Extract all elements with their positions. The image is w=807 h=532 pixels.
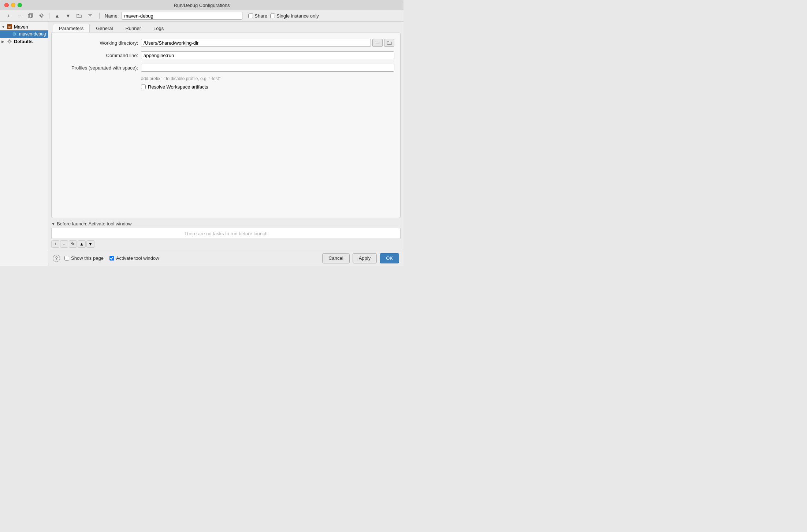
copy-icon [28, 13, 33, 18]
tabs: Parameters General Runner Logs [48, 22, 404, 33]
resolve-artifacts-checkbox[interactable] [141, 85, 146, 89]
header-right: Share Single instance only [248, 13, 319, 19]
before-launch-section: ▼ Before launch: Activate tool window Th… [51, 220, 401, 248]
show-page-label: Show this page [71, 255, 104, 261]
folder-icon [77, 14, 82, 18]
up-config-button[interactable]: ▲ [53, 12, 61, 20]
svg-point-4 [9, 41, 11, 42]
maven-debug-icon [12, 31, 18, 37]
command-line-row: Command line: [57, 51, 394, 59]
folder-config-button[interactable] [75, 12, 83, 20]
copy-config-button[interactable] [26, 12, 34, 20]
profiles-input[interactable] [141, 64, 394, 72]
sidebar-content: ▼ M Maven maven-debug [0, 22, 48, 266]
activate-tool-window-label: Activate tool window [116, 255, 159, 261]
tab-runner[interactable]: Runner [119, 24, 147, 33]
close-button[interactable] [4, 3, 9, 7]
name-label: Name: [105, 13, 119, 19]
resolve-artifacts-row: Resolve Workspace artifacts [138, 84, 394, 90]
activate-tool-window-checkbox-label[interactable]: Activate tool window [109, 255, 159, 261]
no-tasks-text: There are no tasks to run before launch [184, 231, 268, 236]
working-directory-field-group: ··· [141, 39, 394, 47]
tab-parameters[interactable]: Parameters [53, 24, 90, 33]
separator-2 [99, 13, 100, 19]
move-config-button[interactable] [37, 12, 45, 20]
defaults-label: Defaults [14, 39, 33, 44]
before-launch-remove-button[interactable]: − [60, 240, 68, 248]
before-launch-title: Before launch: Activate tool window [57, 221, 132, 226]
tab-logs[interactable]: Logs [147, 24, 170, 33]
tab-general[interactable]: General [90, 24, 119, 33]
working-directory-dots-button[interactable]: ··· [372, 39, 383, 47]
expand-arrow-maven: ▼ [1, 25, 7, 29]
share-checkbox-label[interactable]: Share [248, 13, 267, 19]
minimize-button[interactable] [11, 3, 15, 7]
sidebar-item-maven[interactable]: ▼ M Maven [0, 23, 48, 30]
working-directory-label: Working directory: [57, 40, 138, 46]
working-directory-row: Working directory: ··· [57, 39, 394, 47]
svg-point-3 [14, 33, 16, 35]
help-button[interactable]: ? [53, 255, 60, 262]
name-input[interactable] [122, 12, 242, 20]
show-page-checkbox[interactable] [64, 256, 69, 261]
right-panel: Parameters General Runner Logs Working d… [48, 22, 404, 266]
apply-button[interactable]: Apply [353, 253, 377, 263]
separator [49, 13, 49, 19]
tab-content-parameters: Working directory: ··· Command line: [51, 33, 401, 218]
maven-icon: M [7, 24, 12, 30]
command-line-label: Command line: [57, 53, 138, 58]
before-launch-header: ▼ Before launch: Activate tool window [51, 220, 401, 228]
folder-icon [387, 41, 392, 45]
traffic-lights [4, 3, 22, 7]
expand-arrow-defaults: ▶ [1, 40, 7, 44]
before-launch-edit-button[interactable]: ✎ [69, 240, 77, 248]
sidebar: ▼ M Maven maven-debug [0, 22, 48, 266]
gear-icon [39, 13, 44, 18]
working-directory-input[interactable] [141, 39, 371, 47]
sidebar-item-maven-debug[interactable]: maven-debug [0, 30, 48, 38]
before-launch-toolbar: + − ✎ ▲ ▼ [51, 240, 401, 248]
main-content: ▼ M Maven maven-debug [0, 22, 404, 266]
remove-config-button[interactable]: − [15, 12, 23, 20]
activate-tool-window-checkbox[interactable] [109, 256, 114, 261]
maximize-button[interactable] [18, 3, 22, 7]
cancel-button[interactable]: Cancel [322, 253, 349, 263]
before-launch-up-button[interactable]: ▲ [78, 240, 86, 248]
resolve-artifacts-label: Resolve Workspace artifacts [148, 84, 208, 90]
profiles-label: Profiles (separated with space): [57, 65, 138, 71]
defaults-icon [7, 38, 12, 44]
profiles-row: Profiles (separated with space): [57, 64, 394, 72]
profiles-hint: add prefix '-' to disable profile, e.g. … [141, 76, 394, 81]
before-launch-list: There are no tasks to run before launch [51, 228, 401, 239]
single-instance-checkbox-label[interactable]: Single instance only [270, 13, 319, 19]
before-launch-collapse-arrow[interactable]: ▼ [51, 222, 55, 226]
svg-point-2 [41, 15, 42, 17]
maven-debug-label: maven-debug [19, 31, 46, 37]
title-bar: Run/Debug Configurations [0, 0, 404, 10]
add-config-button[interactable]: + [4, 12, 12, 20]
before-launch-down-button[interactable]: ▼ [86, 240, 94, 248]
working-directory-folder-button[interactable] [384, 39, 394, 47]
single-instance-checkbox[interactable] [270, 14, 275, 18]
bottom-checkboxes: Show this page Activate tool window [63, 255, 159, 261]
share-checkbox[interactable] [248, 14, 253, 18]
command-line-input[interactable] [141, 51, 394, 59]
show-page-checkbox-label[interactable]: Show this page [64, 255, 104, 261]
name-row: + − ▲ ▼ Name: [0, 10, 404, 22]
maven-label: Maven [14, 24, 28, 30]
ok-button[interactable]: OK [380, 253, 399, 263]
down-config-button[interactable]: ▼ [64, 12, 72, 20]
window: Run/Debug Configurations + − ▲ ▼ [0, 0, 404, 266]
sidebar-item-defaults[interactable]: ▶ Defaults [0, 38, 48, 45]
window-title: Run/Debug Configurations [174, 3, 230, 8]
sort-icon [88, 13, 93, 18]
bottom-bar: ? Show this page Activate tool window Ca… [48, 250, 404, 266]
sort-config-button[interactable] [86, 12, 94, 20]
before-launch-add-button[interactable]: + [51, 240, 59, 248]
